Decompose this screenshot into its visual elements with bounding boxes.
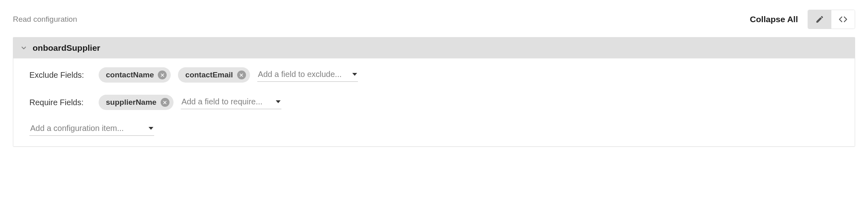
require-fields-label: Require Fields: <box>29 98 91 107</box>
dropdown-placeholder: Add a configuration item... <box>30 124 124 133</box>
close-icon <box>239 73 244 77</box>
chip-remove-button[interactable] <box>158 71 167 79</box>
dropdown-placeholder: Add a field to require... <box>182 97 262 106</box>
exclude-fields-label: Exclude Fields: <box>29 71 91 80</box>
header-row: Read configuration Collapse All <box>13 10 855 29</box>
chip-label: contactEmail <box>185 71 233 79</box>
chip-suppliername: supplierName <box>99 95 174 110</box>
require-fields-row: Require Fields: supplierName Add a field… <box>29 95 839 110</box>
close-icon <box>163 100 167 105</box>
panel-title: onboardSupplier <box>33 43 100 53</box>
chip-label: contactName <box>106 71 154 79</box>
code-icon <box>838 15 848 24</box>
dropdown-placeholder: Add a field to exclude... <box>258 70 342 79</box>
close-icon <box>160 73 165 77</box>
add-require-field-dropdown[interactable]: Add a field to require... <box>181 95 281 109</box>
config-panel: onboardSupplier Exclude Fields: contactN… <box>13 37 855 147</box>
panel-body: Exclude Fields: contactName contactEmail <box>13 58 855 146</box>
caret-down-icon <box>149 127 153 130</box>
add-config-row: Add a configuration item... <box>29 122 839 136</box>
pencil-icon <box>815 15 824 24</box>
chip-remove-button[interactable] <box>237 71 246 79</box>
caret-down-icon <box>352 73 357 76</box>
add-exclude-field-dropdown[interactable]: Add a field to exclude... <box>257 68 358 82</box>
chip-contactemail: contactEmail <box>178 67 250 83</box>
chip-label: supplierName <box>106 98 157 107</box>
panel-header[interactable]: onboardSupplier <box>13 37 855 58</box>
chip-contactname: contactName <box>99 67 171 83</box>
add-config-item-dropdown[interactable]: Add a configuration item... <box>29 122 154 136</box>
collapse-all-button[interactable]: Collapse All <box>750 15 798 24</box>
caret-down-icon <box>276 100 281 103</box>
page-title: Read configuration <box>13 15 77 24</box>
chevron-down-icon <box>20 44 28 52</box>
edit-mode-button[interactable] <box>808 10 831 29</box>
view-mode-toggle <box>808 10 855 29</box>
exclude-fields-row: Exclude Fields: contactName contactEmail <box>29 67 839 83</box>
chip-remove-button[interactable] <box>161 98 169 107</box>
code-mode-button[interactable] <box>831 10 855 29</box>
header-controls: Collapse All <box>750 10 855 29</box>
